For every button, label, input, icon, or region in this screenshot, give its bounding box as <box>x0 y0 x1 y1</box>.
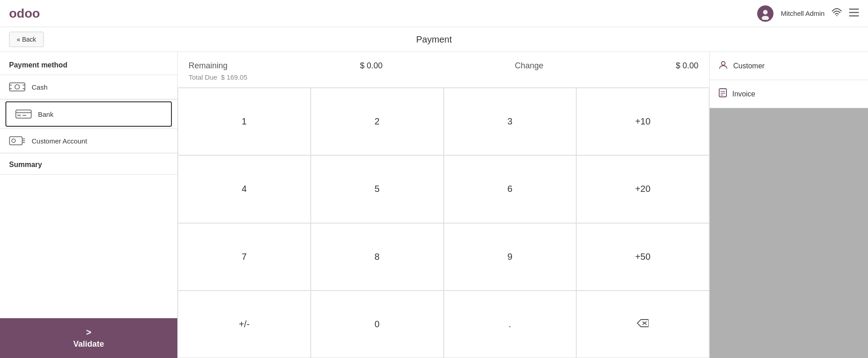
numpad-key-9[interactable]: 9 <box>444 223 577 291</box>
numpad-key-plus20[interactable]: +20 <box>576 155 709 223</box>
numpad-key-plusslash-[interactable]: +/- <box>178 291 311 358</box>
numpad-key-3[interactable]: 3 <box>444 88 577 155</box>
top-nav: odoo Mitchell Admin <box>0 0 868 27</box>
svg-rect-17 <box>9 137 22 145</box>
numpad-key-6[interactable]: 6 <box>444 155 577 223</box>
numpad-key-0[interactable]: 0 <box>311 291 444 358</box>
numpad-key-8[interactable]: 8 <box>311 223 444 291</box>
change-label: Change <box>515 61 543 71</box>
numpad-key-dot[interactable]: . <box>444 291 577 358</box>
svg-rect-13 <box>16 110 31 118</box>
payment-method-title: Payment method <box>0 52 177 75</box>
main-layout: Payment method Cash <box>0 52 868 358</box>
numpad: 123+10456+20789+50+/-0. <box>178 88 709 358</box>
total-due-amount: $ 169.05 <box>221 73 247 81</box>
invoice-icon <box>719 88 727 100</box>
payment-method-bank[interactable]: Bank <box>5 101 172 127</box>
numpad-key-plus10[interactable]: +10 <box>576 88 709 155</box>
svg-rect-5 <box>849 12 859 13</box>
svg-point-8 <box>15 85 19 89</box>
summary-title: Summary <box>0 153 177 174</box>
sub-header: « Back Payment <box>0 27 868 52</box>
validate-arrow-icon: > <box>86 327 91 338</box>
numpad-key-1[interactable]: 1 <box>178 88 311 155</box>
svg-rect-7 <box>9 83 25 91</box>
numpad-key-2[interactable]: 2 <box>311 88 444 155</box>
customer-account-icon <box>9 135 25 146</box>
validate-button[interactable]: > Validate <box>0 318 177 358</box>
svg-rect-15 <box>17 115 21 116</box>
back-button[interactable]: « Back <box>9 32 44 47</box>
validate-label: Validate <box>73 339 104 349</box>
wifi-icon <box>832 8 842 19</box>
payment-method-cash[interactable]: Cash <box>0 75 177 99</box>
payment-summary: Remaining $ 0.00 Change $ 0.00 Total Due… <box>178 52 709 88</box>
customer-label: Customer <box>733 62 764 70</box>
invoice-item[interactable]: Invoice <box>710 80 868 108</box>
svg-rect-25 <box>719 89 726 97</box>
svg-point-3 <box>836 15 837 16</box>
odoo-logo: odoo <box>9 6 40 21</box>
right-gray-area <box>710 108 868 358</box>
numpad-key-4[interactable]: 4 <box>178 155 311 223</box>
payment-method-customer-account[interactable]: Customer Account <box>0 129 177 153</box>
backspace-icon <box>637 319 649 330</box>
center-panel: Remaining $ 0.00 Change $ 0.00 Total Due… <box>178 52 710 358</box>
numpad-key-backspace[interactable] <box>576 291 709 358</box>
svg-rect-6 <box>849 15 859 16</box>
bank-card-icon <box>15 109 32 119</box>
invoice-label: Invoice <box>732 90 755 98</box>
svg-point-18 <box>12 139 15 143</box>
customer-icon <box>719 60 728 72</box>
right-panel: Customer Invoice <box>710 52 868 358</box>
customer-account-label: Customer Account <box>32 137 87 145</box>
svg-rect-4 <box>849 9 859 10</box>
admin-name: Mitchell Admin <box>781 10 825 17</box>
change-amount: $ 0.00 <box>676 61 698 71</box>
total-due-label: Total Due <box>189 73 217 81</box>
page-title: Payment <box>416 34 452 45</box>
remaining-amount: $ 0.00 <box>360 61 383 71</box>
numpad-key-5[interactable]: 5 <box>311 155 444 223</box>
left-sidebar: Payment method Cash <box>0 52 178 358</box>
bank-label: Bank <box>38 110 53 118</box>
cash-icon <box>9 81 25 92</box>
cash-label: Cash <box>32 83 47 91</box>
numpad-key-plus50[interactable]: +50 <box>576 223 709 291</box>
svg-point-24 <box>721 62 725 65</box>
avatar <box>757 5 773 22</box>
nav-right: Mitchell Admin <box>757 5 859 22</box>
remaining-row: Remaining $ 0.00 Change $ 0.00 <box>189 61 698 71</box>
customer-item[interactable]: Customer <box>710 52 868 80</box>
svg-point-1 <box>763 10 768 14</box>
numpad-key-7[interactable]: 7 <box>178 223 311 291</box>
total-due-row: Total Due $ 169.05 <box>189 73 698 81</box>
hamburger-menu-icon[interactable] <box>849 8 859 19</box>
remaining-label: Remaining <box>189 61 228 71</box>
